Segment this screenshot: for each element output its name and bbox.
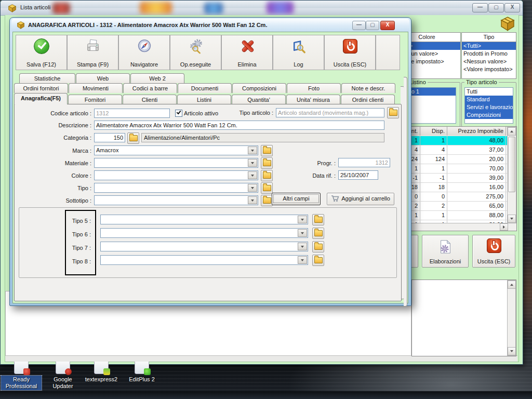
tab-documenti[interactable]: Documenti — [178, 83, 232, 93]
tab-anagrafica[interactable]: Anagrafica(F5) — [14, 93, 68, 104]
tab-listini[interactable]: Listini — [177, 95, 231, 104]
tab-foto[interactable]: Foto — [287, 83, 341, 93]
close-button[interactable]: X — [504, 3, 520, 12]
colore-combo[interactable] — [94, 170, 258, 180]
stampa-button[interactable]: Stampa (F9) — [67, 35, 118, 70]
notes-scrollbar[interactable] — [507, 280, 516, 356]
altri-campi-button[interactable]: Altri campi — [272, 193, 321, 205]
tab-ordini-clienti[interactable]: Ordini clienti — [341, 95, 395, 104]
maximize-button[interactable]: ▢ — [488, 3, 504, 12]
sottotipo-folder-button[interactable] — [261, 195, 273, 206]
marca-combo[interactable]: Amacrox — [94, 145, 258, 155]
tipo6-combo[interactable] — [100, 228, 308, 238]
dropdown-arrow-icon[interactable] — [248, 184, 257, 192]
salva-button[interactable]: Salva (F12) — [16, 35, 67, 70]
colore-folder-button[interactable] — [261, 170, 273, 181]
uscita-button[interactable]: Uscita (ESC) — [324, 35, 376, 70]
column-header-disp[interactable]: Disp. — [420, 127, 447, 136]
tipo-folder-button[interactable] — [261, 182, 273, 194]
tipo5-combo[interactable] — [100, 215, 308, 224]
materiale-combo[interactable] — [94, 158, 258, 168]
op-eseguite-button[interactable]: Op.eseguite — [170, 35, 221, 70]
uscita-panel-button[interactable]: Uscita (ESC) — [472, 235, 515, 268]
tipo7-combo[interactable] — [100, 242, 308, 251]
tipo-articolo-folder-button[interactable] — [387, 107, 399, 118]
tipo8-folder-button[interactable] — [312, 255, 324, 266]
tab-statistiche[interactable]: Statistiche — [19, 73, 75, 83]
list-item[interactable]: <Tutti> — [462, 42, 516, 50]
list-item[interactable]: <Valore impostato> — [462, 65, 516, 73]
desktop-icon-editplus2[interactable]: EditPlus 2 — [122, 360, 162, 383]
desktop-icon-google-updater[interactable]: Google Updater — [43, 360, 83, 390]
tab-web[interactable]: Web — [76, 73, 130, 83]
tab-composizioni[interactable]: Composizioni — [232, 83, 286, 93]
dropdown-arrow-icon[interactable] — [298, 229, 307, 237]
main-window-titlebar[interactable]: Lista articoli — ▢ X — [1, 1, 523, 16]
tipo6-folder-button[interactable] — [312, 228, 324, 239]
categoria-folder-button[interactable] — [127, 132, 139, 144]
dropdown-arrow-icon[interactable] — [248, 171, 257, 179]
codice-articolo-field[interactable]: 1312 — [94, 109, 170, 118]
dialog-maximize-button[interactable]: ▢ — [366, 21, 379, 30]
dialog-titlebar[interactable]: ANAGRAFICA ARTICOLI - 1312 - Alimentator… — [11, 19, 409, 32]
folder-icon — [263, 197, 271, 204]
list-item[interactable]: Tutti — [465, 88, 513, 96]
tipo5-folder-button[interactable] — [312, 214, 324, 225]
scrollbar-thumb[interactable] — [508, 137, 515, 192]
desktop-icon-label: Ready Professional — [1, 376, 42, 390]
tipo-combo[interactable] — [94, 183, 258, 193]
tab-clienti[interactable]: Clienti — [123, 95, 177, 104]
articolo-attivo-checkbox[interactable] — [175, 110, 182, 117]
tab-quantita[interactable]: Quantita' — [232, 95, 286, 104]
scroll-right-button[interactable] — [500, 223, 508, 231]
categoria-code-field[interactable]: 150 — [94, 133, 125, 142]
dropdown-arrow-icon[interactable] — [298, 243, 307, 250]
tab-fornitori[interactable]: Fornitori — [68, 95, 122, 104]
elaborazioni-button[interactable]: Elaborazioni — [422, 235, 469, 268]
scroll-up-button[interactable] — [508, 127, 516, 136]
tipo8-combo[interactable] — [100, 255, 308, 265]
table-vertical-scrollbar[interactable] — [507, 127, 516, 223]
tipo7-folder-button[interactable] — [312, 241, 324, 252]
tab-ordini-fornitori[interactable]: Ordini fornitori — [14, 83, 68, 93]
materiale-folder-button[interactable] — [261, 157, 273, 169]
dialog-minimize-button[interactable]: — — [352, 21, 366, 30]
aggiungi-carrello-button[interactable]: Aggiungi al carrello — [327, 193, 394, 205]
printer-icon — [85, 38, 101, 55]
tab-movimenti[interactable]: Movimenti — [69, 83, 123, 93]
minimize-button[interactable]: — — [472, 3, 488, 12]
marca-folder-button[interactable] — [261, 145, 273, 156]
desktop-icon-textexpress2[interactable]: textexpress2 — [79, 360, 124, 383]
dropdown-arrow-icon[interactable] — [298, 216, 307, 223]
tipo-articolo-field[interactable]: Articolo standard (movimenta mag.) — [276, 108, 384, 117]
descrizione-field[interactable]: Alimentatore Amacrox Atx Warrior 500 Wat… — [94, 121, 384, 130]
notes-textarea[interactable] — [411, 280, 516, 356]
list-item[interactable]: Prodotti in Promo — [462, 50, 516, 58]
list-item[interactable]: <Nessun valore> — [462, 58, 516, 65]
scroll-down-button[interactable] — [508, 215, 516, 223]
dialog-close-button[interactable]: X — [380, 21, 395, 30]
tipo-articolo-list[interactable]: Tutti Standard Servizi e lavorazioni Com… — [464, 87, 513, 124]
sottotipo-combo[interactable] — [94, 195, 258, 205]
dropdown-arrow-icon[interactable] — [248, 159, 257, 167]
table-horizontal-scrollbar[interactable] — [393, 223, 516, 231]
navigatore-button[interactable]: Navigatore — [118, 35, 170, 70]
list-item[interactable]: Servizi e lavorazioni — [465, 103, 513, 111]
list-item[interactable]: Standard — [465, 96, 513, 103]
arrow-up-icon[interactable] — [508, 281, 516, 289]
dropdown-arrow-icon[interactable] — [248, 147, 257, 154]
tab-unita-misura[interactable]: Unita' misura — [286, 95, 340, 104]
tab-web2[interactable]: Web 2 — [130, 73, 184, 83]
desktop-icon-ready-professional[interactable]: Ready Professional — [1, 360, 42, 390]
column-header-prezzo[interactable]: Prezzo Imponibile — [447, 127, 506, 136]
elimina-button[interactable]: Elimina — [221, 35, 273, 70]
tab-note-e-descr[interactable]: Note e descr. — [341, 83, 395, 93]
data-rif-field[interactable]: 25/10/2007 — [338, 170, 378, 180]
log-button[interactable]: Log — [273, 35, 324, 70]
dropdown-arrow-icon[interactable] — [248, 196, 257, 204]
list-item[interactable]: Composizioni — [465, 111, 513, 119]
dropdown-arrow-icon[interactable] — [298, 256, 307, 264]
arrow-down-icon[interactable] — [508, 347, 516, 355]
tab-codici-a-barre[interactable]: Codici a barre — [123, 83, 177, 93]
tipo-filter-list[interactable]: Tipo <Tutti> Prodotti in Promo <Nessun v… — [461, 32, 516, 79]
